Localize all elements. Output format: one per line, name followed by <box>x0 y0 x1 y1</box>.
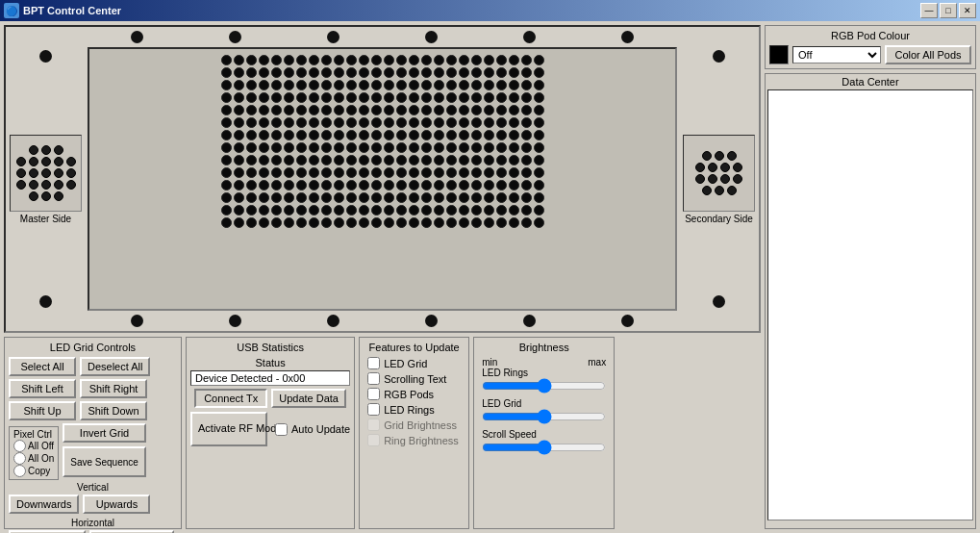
led-cell[interactable] <box>421 80 432 90</box>
led-cell[interactable] <box>321 167 332 178</box>
led-cell[interactable] <box>421 155 432 165</box>
led-cell[interactable] <box>371 155 382 165</box>
led-cell[interactable] <box>371 217 382 228</box>
maximize-button[interactable]: □ <box>940 3 957 18</box>
led-cell[interactable] <box>509 217 519 228</box>
led-cell[interactable] <box>384 205 394 216</box>
led-cell[interactable] <box>509 205 519 216</box>
led-cell[interactable] <box>434 155 444 165</box>
led-cell[interactable] <box>234 167 244 178</box>
led-cell[interactable] <box>496 155 507 165</box>
led-cell[interactable] <box>346 92 357 103</box>
led-cell[interactable] <box>309 55 319 65</box>
led-cell[interactable] <box>496 130 507 140</box>
led-cell[interactable] <box>534 130 544 140</box>
led-cell[interactable] <box>484 205 494 216</box>
minimize-button[interactable]: — <box>920 3 938 18</box>
led-cell[interactable] <box>321 80 332 90</box>
all-off-radio[interactable] <box>13 440 26 452</box>
data-center-content[interactable] <box>767 89 973 520</box>
led-cell[interactable] <box>471 155 482 165</box>
led-cell[interactable] <box>259 180 269 190</box>
led-cell[interactable] <box>484 92 494 103</box>
led-cell[interactable] <box>471 105 482 115</box>
led-cell[interactable] <box>521 92 532 103</box>
led-cell[interactable] <box>534 55 544 65</box>
led-cell[interactable] <box>484 217 494 228</box>
led-cell[interactable] <box>409 217 419 228</box>
led-cell[interactable] <box>496 67 507 78</box>
led-cell[interactable] <box>396 117 407 128</box>
led-cell[interactable] <box>309 205 319 216</box>
led-cell[interactable] <box>321 205 332 216</box>
led-cell[interactable] <box>396 92 407 103</box>
led-cell[interactable] <box>221 192 232 203</box>
led-cell[interactable] <box>509 180 519 190</box>
led-cell[interactable] <box>409 117 419 128</box>
rgb-pods-checkbox[interactable] <box>367 388 380 400</box>
led-cell[interactable] <box>521 142 532 153</box>
led-cell[interactable] <box>346 155 357 165</box>
led-cell[interactable] <box>321 55 332 65</box>
led-cell[interactable] <box>509 142 519 153</box>
shift-down-button[interactable]: Shift Down <box>80 401 147 420</box>
led-cell[interactable] <box>309 105 319 115</box>
led-cell[interactable] <box>446 180 457 190</box>
led-cell[interactable] <box>221 142 232 153</box>
led-cell[interactable] <box>246 80 257 90</box>
led-cell[interactable] <box>271 105 282 115</box>
shift-up-button[interactable]: Shift Up <box>9 401 76 420</box>
led-cell[interactable] <box>346 167 357 178</box>
led-cell[interactable] <box>284 67 294 78</box>
led-cell[interactable] <box>284 192 294 203</box>
led-cell[interactable] <box>384 155 394 165</box>
led-cell[interactable] <box>234 142 244 153</box>
led-cell[interactable] <box>334 155 344 165</box>
led-cell[interactable] <box>371 130 382 140</box>
led-cell[interactable] <box>409 155 419 165</box>
led-cell[interactable] <box>471 117 482 128</box>
led-cell[interactable] <box>421 205 432 216</box>
led-cell[interactable] <box>534 117 544 128</box>
led-cell[interactable] <box>234 92 244 103</box>
led-cell[interactable] <box>446 217 457 228</box>
led-cell[interactable] <box>459 80 469 90</box>
led-cell[interactable] <box>334 92 344 103</box>
led-cell[interactable] <box>434 205 444 216</box>
led-cell[interactable] <box>271 167 282 178</box>
led-cell[interactable] <box>321 67 332 78</box>
led-cell[interactable] <box>221 167 232 178</box>
led-cell[interactable] <box>446 167 457 178</box>
led-cell[interactable] <box>496 105 507 115</box>
led-cell[interactable] <box>334 80 344 90</box>
led-cell[interactable] <box>246 92 257 103</box>
save-sequence-button[interactable]: Save Sequence <box>63 446 146 477</box>
led-cell[interactable] <box>221 80 232 90</box>
led-cell[interactable] <box>521 55 532 65</box>
led-cell[interactable] <box>359 80 369 90</box>
led-cell[interactable] <box>421 217 432 228</box>
led-cell[interactable] <box>459 105 469 115</box>
led-cell[interactable] <box>434 67 444 78</box>
led-cell[interactable] <box>284 167 294 178</box>
led-cell[interactable] <box>371 167 382 178</box>
led-cell[interactable] <box>359 217 369 228</box>
led-cell[interactable] <box>509 55 519 65</box>
led-cell[interactable] <box>409 130 419 140</box>
led-cell[interactable] <box>421 142 432 153</box>
led-cell[interactable] <box>284 55 294 65</box>
led-cell[interactable] <box>284 130 294 140</box>
led-cell[interactable] <box>459 192 469 203</box>
led-cell[interactable] <box>296 180 307 190</box>
led-cell[interactable] <box>509 130 519 140</box>
led-cell[interactable] <box>346 180 357 190</box>
led-cell[interactable] <box>371 205 382 216</box>
led-cell[interactable] <box>421 67 432 78</box>
led-cell[interactable] <box>396 67 407 78</box>
led-cell[interactable] <box>259 105 269 115</box>
led-cell[interactable] <box>496 192 507 203</box>
led-cell[interactable] <box>521 167 532 178</box>
led-cell[interactable] <box>309 180 319 190</box>
led-cell[interactable] <box>409 192 419 203</box>
led-cell[interactable] <box>221 180 232 190</box>
